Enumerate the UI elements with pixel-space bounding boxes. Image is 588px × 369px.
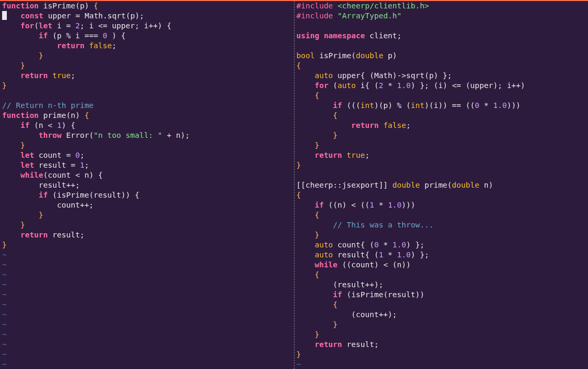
text: ; i <= upper; i++) {	[80, 21, 171, 30]
keyword: let	[20, 161, 34, 169]
text	[48, 71, 52, 80]
text: (isPrime(result)) {	[48, 191, 139, 199]
empty-line-tilde: ~	[2, 330, 7, 339]
number: 0	[103, 31, 107, 40]
text: upper = Math.sqrt(p);	[43, 12, 144, 20]
number: 0	[374, 241, 379, 249]
text: (	[34, 21, 39, 30]
text: i{ (	[356, 81, 379, 90]
number: 0	[475, 101, 480, 110]
right-editor-pane[interactable]: #include <cheerp/clientlib.h> #include "…	[295, 1, 589, 369]
brace: {	[297, 191, 301, 199]
empty-line-tilde: ~	[2, 251, 7, 259]
brace: }	[297, 320, 338, 329]
brace: }	[2, 51, 43, 60]
text	[84, 41, 89, 50]
keyword: if	[314, 201, 323, 209]
include-path: "ArrayTyped.h"	[337, 12, 401, 20]
text: *	[383, 251, 397, 259]
keyword: if	[333, 290, 342, 299]
text: (isPrime(result))	[342, 290, 424, 299]
text: result++;	[2, 181, 80, 189]
text: *	[374, 201, 388, 209]
keyword: while	[314, 261, 337, 269]
text: result;	[342, 340, 379, 349]
params: (n)	[66, 111, 80, 120]
keyword: while	[20, 171, 43, 179]
text: (n <	[29, 121, 57, 129]
brace: }	[2, 241, 7, 249]
text: (result++);	[297, 280, 384, 289]
brace: }	[297, 231, 320, 239]
text: )(i)) == ((	[424, 101, 475, 110]
number: 1.0	[388, 201, 401, 209]
boolean: false	[383, 121, 406, 129]
comment: // This was a throw...	[333, 221, 433, 229]
empty-line-tilde: ~	[2, 320, 7, 329]
keyword: return	[314, 340, 342, 349]
keyword: return	[314, 151, 342, 159]
text: ((count) < (n))	[337, 261, 411, 269]
brace: }	[2, 221, 25, 229]
text: i =	[52, 21, 75, 30]
keyword: throw	[39, 131, 62, 139]
brace: {	[80, 111, 89, 120]
brace: }	[297, 131, 338, 139]
number: 1	[80, 161, 84, 169]
text: *	[383, 81, 397, 90]
text: ;	[80, 151, 84, 159]
text: (count++);	[297, 310, 397, 319]
params: (p)	[75, 2, 89, 10]
text: ) }; (i) <= (upper); i++)	[411, 81, 525, 90]
empty-line-tilde: ~	[2, 261, 7, 269]
text: count{ (	[333, 241, 374, 249]
type: double	[393, 181, 420, 189]
text: isPrime(	[314, 51, 356, 60]
text: n)	[480, 181, 493, 189]
text: ((n) < ((	[324, 201, 369, 209]
keyword: using	[297, 31, 320, 40]
empty-line-tilde: ~	[2, 310, 7, 319]
text: )))	[507, 101, 520, 110]
text: upper{ (Math)->sqrt(p) };	[333, 71, 452, 80]
empty-line-tilde: ~	[297, 360, 301, 368]
empty-line-tilde: ~	[2, 270, 7, 279]
brace: {	[297, 211, 320, 219]
type: int	[411, 101, 424, 110]
number: 1	[57, 121, 62, 129]
left-editor-pane[interactable]: function isPrime(p) { const upper = Math…	[0, 1, 295, 369]
text: result;	[48, 231, 84, 239]
string: "n too small: "	[94, 131, 162, 139]
text: (count < n) {	[43, 171, 103, 179]
boolean: false	[89, 41, 112, 50]
comment: // Return n-th prime	[2, 101, 94, 110]
text	[39, 2, 43, 10]
keyword: for	[314, 81, 328, 90]
text: result{ (	[333, 251, 378, 259]
brace: }	[2, 81, 7, 90]
brace: }	[2, 211, 43, 219]
keyword: namespace	[319, 31, 369, 40]
brace: }	[297, 161, 301, 169]
brace: {	[297, 111, 338, 120]
brace: }	[2, 61, 25, 70]
text: *	[480, 101, 493, 110]
brace: }	[297, 330, 320, 339]
type: double	[452, 181, 479, 189]
brace: {	[89, 2, 98, 10]
brace: }	[297, 141, 320, 149]
text: )(p) % (	[374, 101, 411, 110]
keyword: return	[20, 71, 48, 80]
brace: }	[297, 350, 301, 359]
text: ;	[71, 71, 75, 80]
preprocessor: #include	[297, 12, 338, 20]
number: 1.0	[397, 81, 411, 90]
text	[39, 111, 43, 120]
keyword: for	[20, 21, 34, 30]
keyword: return	[20, 231, 48, 239]
text: count =	[34, 151, 75, 159]
split-view: function isPrime(p) { const upper = Math…	[0, 1, 588, 369]
keyword: return	[57, 41, 84, 50]
type: double	[356, 51, 383, 60]
text: result =	[34, 161, 80, 169]
